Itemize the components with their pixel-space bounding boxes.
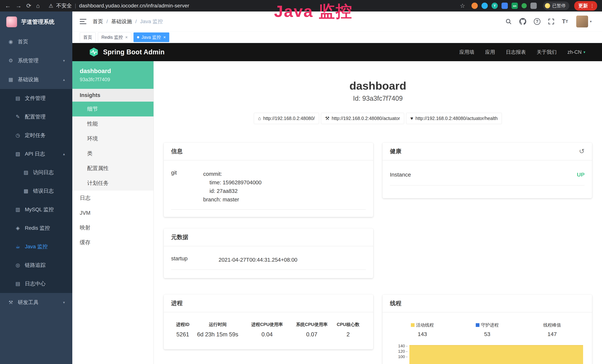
sidebar-item-label: 链路追踪 [25, 262, 46, 269]
sba-item-scheduled-tasks[interactable]: 计划任务 [72, 176, 153, 191]
font-size-icon[interactable]: TT [562, 18, 568, 25]
close-icon[interactable]: × [125, 35, 128, 40]
sidebar-item-trace[interactable]: ◎ 链路追踪 [0, 256, 72, 274]
y-axis-tick: 140 [390, 344, 408, 348]
app-logo[interactable]: 芋道管理系统 [0, 11, 72, 32]
user-avatar[interactable] [576, 16, 588, 27]
extension-icon[interactable] [502, 3, 508, 9]
sba-nav-journal[interactable]: 日志报表 [506, 49, 526, 55]
service-url-button[interactable]: ⌂ http://192.168.0.2:48080/ [254, 113, 319, 124]
sidebar-item-scheduled-tasks[interactable]: ◷ 定时任务 [0, 126, 72, 145]
health-url-button[interactable]: ♥ http://192.168.0.2:48080/actuator/heal… [406, 113, 502, 124]
extension-icon[interactable] [472, 3, 478, 9]
hamburger-icon[interactable] [80, 19, 86, 24]
sba-nav-wallboard[interactable]: 应用墙 [459, 49, 474, 55]
api-log-icon: ▧ [14, 151, 21, 157]
info-line: time: 1596289704000 [203, 178, 262, 187]
sidebar-item-home[interactable]: ◉ 首页 [0, 32, 72, 51]
sidebar-item-log-center[interactable]: ▤ 日志中心 [0, 274, 72, 293]
legend-peak-threads: 线程峰值 147 [520, 322, 585, 337]
sidebar-item-config-management[interactable]: ✎ 配置管理 [0, 107, 72, 126]
health-heart-icon: ♥ [410, 116, 413, 121]
sidebar-item-error-logs[interactable]: ▩ 错误日志 [0, 182, 72, 200]
puzzle-extension-icon[interactable] [530, 3, 537, 9]
sidebar-item-redis-monitor[interactable]: ◈ Redis 监控 [0, 219, 72, 237]
sba-language-value: zh-CN [567, 49, 582, 55]
search-icon[interactable] [505, 18, 512, 25]
sba-item-mappings[interactable]: 映射 [72, 220, 153, 235]
sidebar-item-label: Java 监控 [25, 243, 48, 250]
sba-item-classes[interactable]: 类 [72, 146, 153, 161]
url-text: dashboard.yudao.iocoder.cn/infra/admin-s… [79, 3, 189, 9]
sidebar-item-label: Redis 监控 [25, 225, 50, 232]
active-dot [137, 36, 139, 38]
sba-item-jvm[interactable]: JVM [72, 205, 153, 220]
threads-card-title: 线程 [383, 295, 592, 312]
file-icon: ▤ [14, 95, 21, 101]
info-card-title: 信息 [164, 143, 373, 161]
sidebar-item-java-monitor[interactable]: ☕ Java 监控 [0, 237, 72, 256]
github-icon[interactable] [519, 18, 526, 25]
sba-brand-title[interactable]: Spring Boot Admin [103, 48, 165, 56]
extension-icon[interactable] [482, 3, 488, 9]
sba-language-select[interactable]: zh-CN ▾ [567, 49, 585, 55]
breadcrumb-home[interactable]: 首页 [93, 18, 103, 25]
sba-item-details[interactable]: 细节 [72, 102, 153, 117]
sidebar-item-api-logs[interactable]: ▧ API 日志 ▴ [0, 145, 72, 163]
history-icon[interactable]: ↺ [579, 147, 585, 155]
threads-card: 线程 活动线程 143 [383, 295, 592, 364]
breadcrumb-infrastructure[interactable]: 基础设施 [111, 18, 132, 25]
annotation-java-monitor: Java 监控 [274, 0, 353, 22]
chevron-up-icon: ▴ [63, 77, 65, 82]
sidebar-item-system-management[interactable]: ⚙ 系统管理 ▾ [0, 51, 72, 70]
actuator-url-button[interactable]: ⚒ http://192.168.0.2:48080/actuator [321, 113, 404, 124]
live-threads-area [409, 345, 583, 364]
threads-chart: 140 120 100 [390, 344, 585, 364]
sba-nav-applications[interactable]: 应用 [485, 49, 495, 55]
sidebar-item-file-management[interactable]: ▤ 文件管理 [0, 89, 72, 107]
sidebar-item-dev-tools[interactable]: ⚒ 研发工具 ▾ [0, 293, 72, 312]
close-icon[interactable]: × [163, 35, 166, 40]
sba-nav-about[interactable]: 关于我们 [537, 49, 557, 55]
sba-item-caches[interactable]: 缓存 [72, 235, 153, 250]
update-button[interactable]: 更新 ⋮ [574, 1, 597, 11]
infrastructure-submenu: ▤ 文件管理 ✎ 配置管理 ◷ 定时任务 ▧ API 日志 ▴ ▨ [0, 89, 72, 293]
sidebar-item-mysql-monitor[interactable]: ▥ MySQL 监控 [0, 200, 72, 219]
sidebar-item-infrastructure[interactable]: ▦ 基础设施 ▴ [0, 70, 72, 89]
sidebar-item-label: 定时任务 [25, 132, 46, 139]
tab-label: Java 监控 [141, 34, 161, 40]
sba-item-performance[interactable]: 性能 [72, 117, 153, 131]
back-icon[interactable]: ← [5, 3, 11, 9]
tab-redis-monitor[interactable]: Redis 监控 × [98, 32, 131, 42]
extension-icon[interactable] [522, 3, 527, 8]
sba-item-logs[interactable]: 日志 [72, 191, 153, 205]
sidebar-item-access-logs[interactable]: ▨ 访问日志 [0, 163, 72, 182]
instance-header[interactable]: dashboard 93a3fc7f7409 [72, 61, 153, 89]
info-git-row: git commit: time: 1596289704000 id: 27aa… [171, 165, 366, 210]
bookmark-star-icon[interactable]: ☆ [460, 3, 465, 9]
sidebar-item-label: 访问日志 [33, 169, 54, 176]
instance-links: ⌂ http://192.168.0.2:48080/ ⚒ http://192… [154, 113, 602, 124]
fullscreen-icon[interactable] [548, 18, 555, 25]
access-log-icon: ▨ [23, 170, 29, 175]
sba-content: dashboard Id: 93a3fc7f7409 ⌂ http://192.… [154, 61, 602, 364]
metadata-card-title: 元数据 [164, 228, 373, 246]
sba-item-environment[interactable]: 环境 [72, 131, 153, 146]
address-bar[interactable]: ⚠ 不安全 | dashboard.yudao.iocoder.cn/infra… [49, 2, 189, 9]
help-icon[interactable]: ? [534, 18, 540, 25]
process-column: 进程CPU使用率 0.04 [241, 321, 293, 338]
mysql-icon: ▥ [14, 207, 21, 213]
tab-java-monitor[interactable]: Java 监控 × [133, 32, 169, 42]
extension-icon[interactable]: Y [492, 3, 498, 9]
sba-item-config-props[interactable]: 配置属性 [72, 161, 153, 176]
sba-sidebar: dashboard 93a3fc7f7409 Insights 细节 性能 环境… [72, 61, 154, 364]
refresh-icon[interactable]: ⟳ [26, 3, 31, 9]
instance-name: dashboard [80, 67, 146, 75]
extension-icon[interactable]: on [512, 3, 518, 9]
timer-icon: ◷ [14, 132, 21, 138]
browser-home-icon[interactable]: ⌂ [36, 3, 40, 9]
profile-paused-chip[interactable]: 已暂停 [543, 1, 569, 10]
spring-boot-admin-logo-icon[interactable] [89, 47, 99, 57]
tab-home[interactable]: 首页 [80, 32, 96, 42]
forward-icon[interactable]: → [16, 3, 22, 9]
